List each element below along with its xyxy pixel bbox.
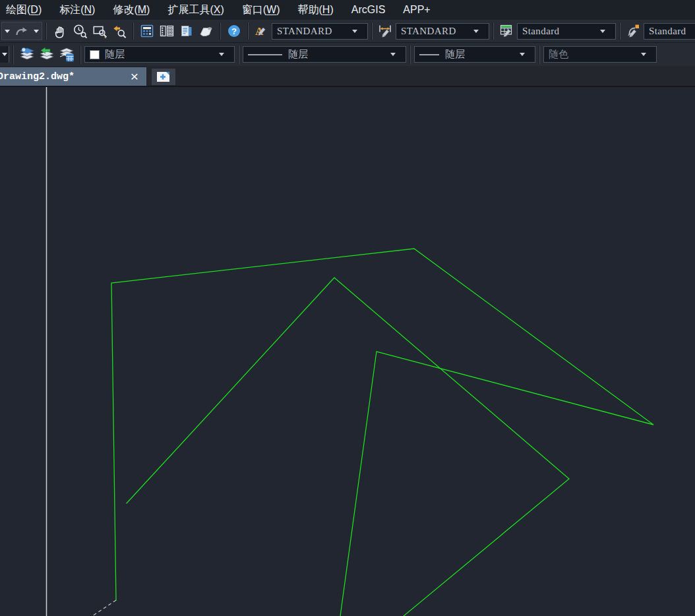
- chevron-down-icon: [473, 30, 479, 36]
- model-space: [0, 87, 695, 616]
- toolbar-separator: [539, 46, 540, 64]
- layer-previous-icon: [38, 46, 55, 63]
- toolbar-separator: [619, 22, 620, 40]
- linetype-value: 随层: [288, 48, 308, 61]
- properties-toolbar: 随层 随层 随层 随色: [0, 42, 695, 66]
- lineweight-select[interactable]: 随层: [414, 46, 535, 63]
- calculator-icon: [139, 23, 155, 39]
- table-style-value: Standard: [522, 26, 560, 37]
- toolbar-separator: [45, 22, 47, 40]
- toolbar-separator: [247, 22, 249, 40]
- envelope-icon: [198, 23, 215, 39]
- help-button[interactable]: ?: [224, 22, 244, 40]
- plot-style-select[interactable]: 随色: [543, 46, 657, 63]
- toolbar-separator: [371, 22, 373, 40]
- redo-dropdown-arrow-icon[interactable]: [34, 30, 39, 36]
- help-icon: ?: [226, 23, 242, 39]
- chevron-down-icon: [641, 53, 646, 59]
- drawing-dashed-segment: [92, 600, 116, 616]
- menu-item-draw[interactable]: 绘图(D): [6, 3, 42, 17]
- lineweight-sample: [419, 54, 439, 55]
- dim-style-icon: [377, 22, 394, 40]
- layer-previous-button[interactable]: [37, 46, 57, 64]
- close-icon[interactable]: ×: [128, 70, 141, 83]
- text-style-button[interactable]: A: [252, 22, 272, 40]
- menu-item-help[interactable]: 帮助(H): [298, 3, 334, 17]
- mleader-style-value: Standard: [649, 26, 686, 37]
- clipped-dropdown[interactable]: [0, 46, 9, 63]
- redo-icon[interactable]: [15, 26, 29, 36]
- mleader-style-icon: [625, 22, 642, 40]
- chevron-down-icon: [390, 53, 396, 59]
- dim-style-value: STANDARD: [401, 26, 456, 37]
- tab-title: Drawing2.dwg*: [0, 71, 75, 82]
- toolbar-separator: [13, 46, 14, 64]
- mleader-style-button[interactable]: [624, 22, 644, 40]
- markup-button[interactable]: [177, 22, 196, 40]
- new-tab-button[interactable]: [152, 69, 175, 85]
- linetype-sample: [248, 54, 282, 55]
- svg-text:?: ?: [231, 26, 237, 36]
- color-swatch: [90, 50, 100, 59]
- menu-item-window[interactable]: 窗口(W): [242, 3, 280, 17]
- new-drawing-icon: [156, 71, 171, 82]
- undo-dropdown-arrow-icon[interactable]: [5, 30, 10, 36]
- color-select[interactable]: 随层: [84, 46, 235, 63]
- pan-hand-icon: [52, 23, 68, 39]
- cad-application-window: 绘图(D) 标注(N) 修改(M) 扩展工具(X) 窗口(W) 帮助(H) Ar…: [0, 0, 695, 616]
- tab-active[interactable]: Drawing2.dwg* ×: [0, 67, 146, 86]
- plot-style-value: 随色: [549, 48, 568, 61]
- panels-icon: [158, 23, 175, 39]
- layer-properties-button[interactable]: [17, 46, 37, 64]
- chevron-down-icon: [2, 53, 7, 59]
- toolbar-separator: [493, 22, 494, 40]
- toolbar-separator: [409, 46, 411, 64]
- toolbar-separator: [238, 46, 239, 64]
- color-value: 随层: [105, 48, 125, 61]
- mleader-style-select[interactable]: Standard: [644, 23, 695, 40]
- table-style-icon: [499, 22, 516, 40]
- menu-item-dimension[interactable]: 标注(N): [59, 3, 95, 17]
- toolbar-separator: [80, 46, 81, 64]
- drawing-polyline-triangle: [127, 278, 569, 616]
- zoom-window-button[interactable]: [90, 22, 109, 40]
- dim-style-select[interactable]: STANDARD: [396, 23, 489, 40]
- layer-states-icon: [58, 46, 75, 63]
- menu-item-arcgis[interactable]: ArcGIS: [351, 4, 386, 16]
- chevron-down-icon: [352, 30, 357, 36]
- zoom-window-icon: [92, 23, 107, 39]
- drawing-polyline-pentagon: [111, 249, 653, 616]
- file-tab-bar: Drawing2.dwg* ×: [0, 66, 695, 87]
- layer-states-button[interactable]: [57, 46, 76, 64]
- menu-bar: 绘图(D) 标注(N) 修改(M) 扩展工具(X) 窗口(W) 帮助(H) Ar…: [0, 0, 695, 20]
- document-icon: [179, 23, 195, 39]
- chevron-down-icon: [520, 53, 525, 59]
- publish-button[interactable]: [196, 22, 216, 40]
- toolbar-separator: [133, 22, 134, 40]
- sheet-set-button[interactable]: [157, 22, 177, 40]
- table-style-select[interactable]: Standard: [517, 23, 616, 40]
- undo-redo-group: [1, 22, 42, 40]
- zoom-realtime-icon: [72, 23, 88, 39]
- chevron-down-icon: [219, 53, 224, 59]
- drawing-canvas[interactable]: [0, 87, 695, 616]
- quickcalc-button[interactable]: [137, 22, 157, 40]
- zoom-realtime-button[interactable]: [70, 22, 90, 40]
- menu-item-express-tools[interactable]: 扩展工具(X): [167, 3, 224, 17]
- text-style-select[interactable]: STANDARD: [272, 23, 368, 40]
- menu-item-modify[interactable]: 修改(M): [113, 3, 150, 17]
- standard-toolbar: ? A STANDARD: [0, 20, 695, 42]
- table-style-button[interactable]: [497, 22, 517, 40]
- zoom-previous-button[interactable]: [109, 22, 129, 40]
- lineweight-value: 随层: [445, 48, 465, 61]
- dim-style-button[interactable]: [376, 22, 396, 40]
- text-style-value: STANDARD: [277, 26, 332, 37]
- chevron-down-icon: [600, 30, 605, 36]
- toolbar-separator: [220, 22, 221, 40]
- text-style-icon: A: [253, 22, 270, 40]
- menu-item-app-plus[interactable]: APP+: [403, 4, 430, 16]
- linetype-select[interactable]: 随层: [243, 46, 406, 63]
- layer-properties-icon: [18, 46, 36, 63]
- zoom-previous-icon: [111, 23, 127, 39]
- pan-button[interactable]: [50, 22, 70, 40]
